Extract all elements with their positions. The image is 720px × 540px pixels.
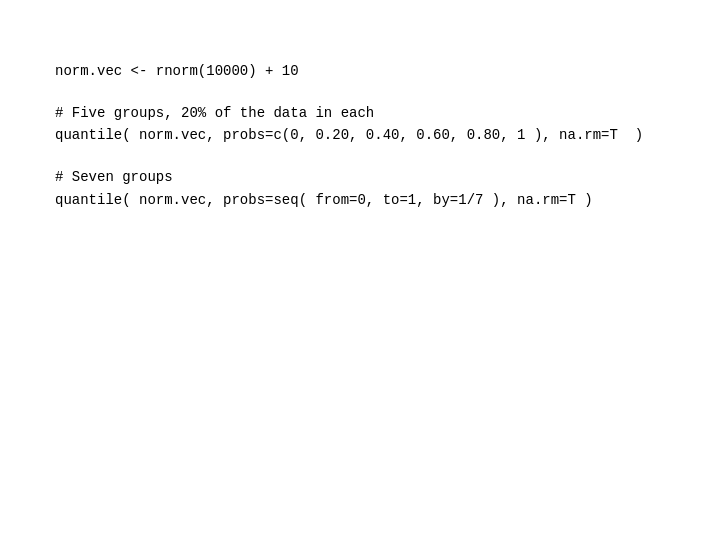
code-line-4: # Seven groups <box>55 166 665 188</box>
code-block: norm.vec <- rnorm(10000) + 10 # Five gro… <box>0 0 720 271</box>
code-line-3: quantile( norm.vec, probs=c(0, 0.20, 0.4… <box>55 124 665 146</box>
code-line-2: # Five groups, 20% of the data in each <box>55 102 665 124</box>
blank-line-2 <box>55 147 665 167</box>
code-line-5: quantile( norm.vec, probs=seq( from=0, t… <box>55 189 665 211</box>
code-line-1: norm.vec <- rnorm(10000) + 10 <box>55 60 665 82</box>
blank-line-1 <box>55 82 665 102</box>
